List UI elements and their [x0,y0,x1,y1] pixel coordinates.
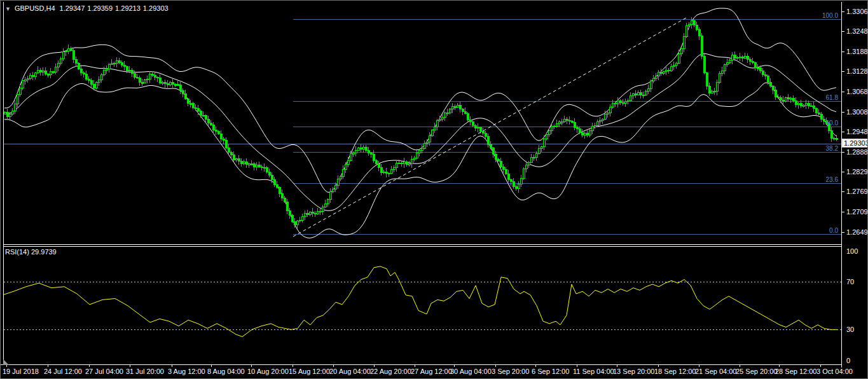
ohlc-open: 1.29347 [60,4,85,12]
chart-title: ▼GBPUSD,H4 1.293471.293591.292131.29303 [5,4,171,12]
fib-level-label: 0.0 [829,227,838,235]
fib-level-label: 50.0 [826,120,838,127]
price-axis[interactable] [842,1,868,364]
bollinger-middle-band[interactable] [4,53,836,210]
candles[interactable] [4,17,837,229]
chart-window: ▼GBPUSD,H4 1.293471.293591.292131.29303 … [0,0,868,379]
axis-corner-marker [3,359,9,365]
bollinger-lower-band[interactable] [4,83,836,238]
time-axis[interactable] [1,365,841,378]
symbol-dropdown-icon[interactable]: ▼ [5,6,11,12]
rsi-value: 29.9739 [31,248,57,256]
ohlc-close: 1.29303 [143,4,169,12]
rsi-name: RSI(14) [5,248,29,256]
main-pane[interactable] [3,8,841,238]
fib-level-label: 38.2 [826,145,838,153]
rsi-pane[interactable] [3,266,841,337]
rsi-line [3,266,837,337]
rsi-indicator-label: RSI(14) 29.9739 [5,248,57,256]
fib-level-label: 23.6 [826,176,838,184]
ohlc-low: 1.29213 [115,4,141,12]
chart-canvas[interactable] [1,1,868,379]
symbol-label: GBPUSD,H4 [15,4,55,12]
fib-level-label: 100.0 [822,12,838,20]
fib-level-label: 61.8 [826,94,838,102]
ohlc-high: 1.29359 [87,4,113,12]
